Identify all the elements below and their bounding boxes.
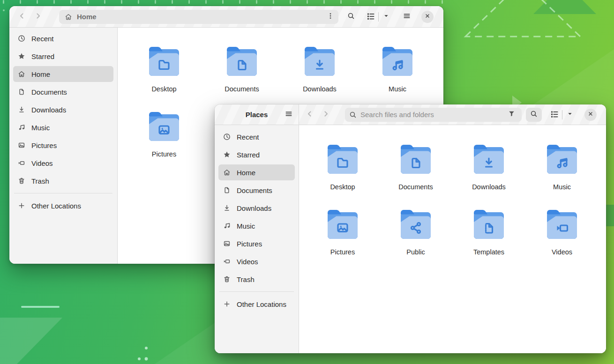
sidebar-item-starred[interactable]: Starred (13, 48, 113, 64)
clock-icon (223, 133, 231, 141)
sidebar-item-label: Trash (237, 275, 255, 283)
sidebar-item-pictures[interactable]: Pictures (13, 137, 113, 153)
forward-button[interactable] (30, 9, 46, 25)
folder-item-music[interactable]: Music (359, 45, 436, 110)
sidebar-item-label: Trash (31, 177, 49, 185)
sidebar-item-trash[interactable]: Trash (218, 271, 295, 287)
view-dropdown-button[interactable] (564, 109, 576, 121)
hamburger-icon (285, 110, 292, 119)
folder-icon (543, 208, 581, 242)
view-options (548, 107, 576, 123)
folder-item-desktop[interactable]: Desktop (125, 45, 203, 110)
sidebar-item-downloads[interactable]: Downloads (218, 200, 295, 216)
sidebar-item-other-locations[interactable]: Other Locations (218, 296, 295, 312)
sidebar-item-home[interactable]: Home (13, 66, 113, 82)
search-icon (530, 110, 538, 119)
window-title: Places (246, 111, 268, 119)
sidebar-separator (219, 291, 294, 292)
search-icon (347, 12, 355, 22)
folder-label: Downloads (303, 85, 337, 93)
image-icon (223, 240, 231, 247)
chevron-right-icon (34, 12, 42, 22)
search-input[interactable] (360, 111, 505, 119)
funnel-icon (508, 110, 515, 119)
sidebar: Recent Starred Home Documents Downloads … (9, 28, 118, 264)
filter-button[interactable] (505, 109, 517, 121)
sidebar-item-label: Documents (31, 88, 67, 96)
sidebar-item-label: Starred (31, 52, 54, 60)
divider (378, 12, 379, 22)
star-icon (18, 52, 25, 60)
list-view-button[interactable] (365, 11, 377, 23)
trash-icon (223, 275, 231, 283)
location-label: Home (77, 13, 324, 21)
folder-label: Videos (552, 248, 572, 256)
music-icon (18, 124, 25, 131)
folder-label: Downloads (472, 183, 506, 191)
back-button[interactable] (14, 9, 30, 25)
sidebar-item-music[interactable]: Music (218, 218, 295, 234)
sidebar-item-music[interactable]: Music (13, 119, 113, 135)
sidebar-item-recent[interactable]: Recent (13, 30, 113, 46)
search-toggle-button[interactable] (526, 108, 542, 122)
menu-button[interactable] (399, 9, 415, 25)
sidebar-item-documents[interactable]: Documents (13, 84, 113, 100)
sidebar-menu-button[interactable] (283, 109, 295, 121)
sidebar-item-recent[interactable]: Recent (218, 129, 295, 145)
sidebar-item-label: Pictures (31, 141, 57, 149)
folder-item-documents[interactable]: Documents (203, 45, 281, 110)
folder-item-documents[interactable]: Documents (379, 142, 452, 208)
video-icon (18, 159, 25, 167)
forward-button[interactable] (318, 107, 334, 123)
path-bar[interactable]: Home (59, 10, 338, 24)
folder-item-videos[interactable]: Videos (525, 208, 599, 273)
sidebar-item-home[interactable]: Home (218, 164, 295, 180)
folder-label: Music (553, 183, 571, 191)
home-icon (18, 70, 25, 78)
sidebar-item-videos[interactable]: Videos (218, 253, 295, 269)
folder-icon (470, 208, 508, 242)
view-dropdown-button[interactable] (380, 11, 392, 23)
sidebar-item-trash[interactable]: Trash (13, 173, 113, 189)
folder-icon (324, 142, 361, 177)
folder-icon (145, 110, 183, 144)
sidebar-item-label: Videos (31, 159, 53, 167)
folder-item-templates[interactable]: Templates (452, 208, 525, 273)
sidebar-item-label: Music (237, 222, 255, 230)
sidebar-item-label: Videos (237, 258, 258, 266)
sidebar-item-documents[interactable]: Documents (218, 182, 295, 198)
sidebar: Recent Starred Home Documents Downloads … (215, 125, 299, 353)
folder-label: Documents (398, 183, 433, 191)
search-bar (345, 108, 522, 122)
sidebar-item-starred[interactable]: Starred (218, 147, 295, 163)
folder-icon (470, 142, 508, 177)
folder-item-public[interactable]: Public (379, 208, 452, 273)
close-button[interactable] (584, 109, 597, 121)
headerbar: Home (9, 6, 443, 28)
folder-item-music[interactable]: Music (525, 142, 599, 208)
sidebar-item-label: Pictures (237, 240, 262, 248)
sidebar-item-pictures[interactable]: Pictures (218, 236, 295, 252)
folder-item-downloads[interactable]: Downloads (452, 142, 525, 208)
folder-item-downloads[interactable]: Downloads (281, 45, 359, 110)
list-view-button[interactable] (548, 109, 561, 121)
chevron-left-icon (306, 110, 314, 119)
search-button[interactable] (343, 9, 359, 25)
folder-item-desktop[interactable]: Desktop (306, 142, 379, 208)
folder-label: Pictures (330, 248, 355, 256)
folder-item-pictures[interactable]: Pictures (306, 208, 379, 273)
sidebar-item-downloads[interactable]: Downloads (13, 102, 113, 118)
location-menu-button[interactable] (324, 11, 337, 23)
sidebar-item-videos[interactable]: Videos (13, 155, 113, 171)
folder-icon (145, 45, 183, 79)
document-icon (18, 88, 25, 96)
back-button[interactable] (302, 107, 318, 123)
sidebar-item-other-locations[interactable]: Other Locations (13, 198, 113, 214)
close-icon (424, 13, 431, 21)
file-grid: Desktop Documents Downloads Music (299, 125, 606, 353)
close-button[interactable] (421, 11, 434, 23)
sidebar-item-label: Downloads (237, 204, 271, 212)
sidebar-item-label: Recent (31, 35, 54, 43)
plus-icon (223, 300, 231, 308)
folder-item-pictures[interactable]: Pictures (125, 110, 203, 175)
